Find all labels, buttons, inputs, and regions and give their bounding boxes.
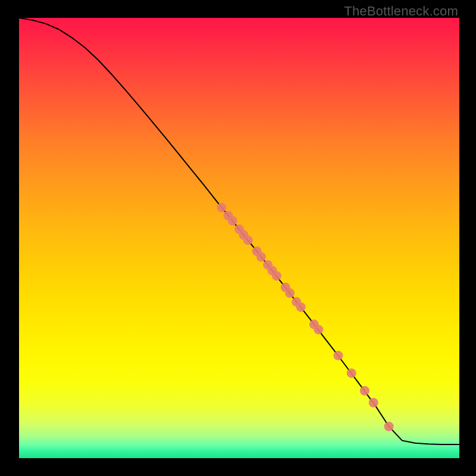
- scatter-point: [243, 236, 253, 245]
- scatter-points: [217, 203, 393, 431]
- scatter-point: [334, 351, 343, 361]
- scatter-point: [217, 203, 226, 212]
- chart-container: TheBottleneck.com: [0, 0, 476, 476]
- scatter-point: [296, 302, 306, 312]
- scatter-point: [360, 386, 369, 396]
- scatter-point: [347, 368, 356, 378]
- plot-area: [19, 18, 459, 458]
- scatter-point: [314, 325, 323, 334]
- scatter-point: [272, 271, 281, 281]
- scatter-point: [256, 252, 266, 262]
- scatter-point: [228, 216, 237, 226]
- scatter-point: [369, 398, 378, 408]
- chart-svg: [19, 18, 459, 458]
- scatter-point: [285, 289, 295, 298]
- scatter-point: [384, 422, 394, 431]
- watermark-text: TheBottleneck.com: [344, 4, 458, 19]
